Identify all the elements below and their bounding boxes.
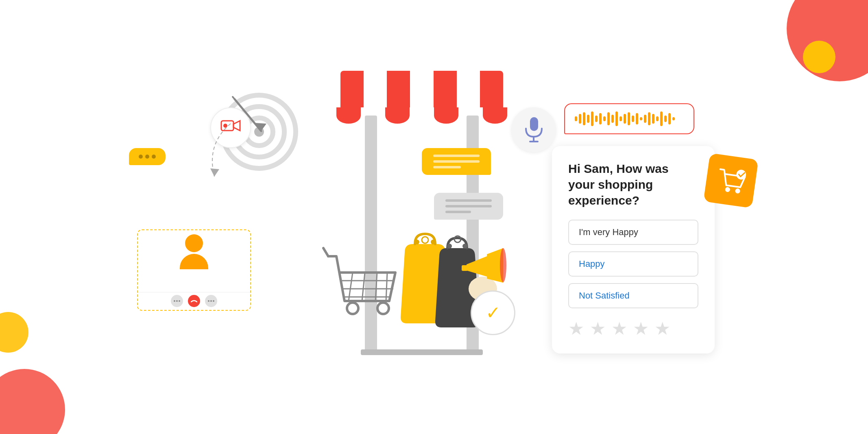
svg-rect-70	[672, 117, 675, 120]
main-container: ✓	[0, 0, 868, 434]
svg-line-6	[233, 97, 237, 102]
svg-rect-56	[615, 111, 618, 126]
audio-waveform-bubble	[564, 103, 694, 134]
svg-rect-61	[636, 113, 638, 124]
svg-rect-53	[603, 116, 606, 121]
svg-rect-58	[624, 114, 626, 124]
right-section: Hi Sam, How was your shopping experience…	[552, 75, 739, 360]
video-control-more[interactable]	[205, 295, 217, 307]
person-body	[180, 254, 208, 269]
svg-point-11	[174, 300, 175, 302]
svg-marker-10	[210, 168, 219, 177]
svg-rect-65	[652, 114, 654, 124]
cart-icon-orange	[715, 165, 747, 195]
survey-question: Hi Sam, How was your shopping experience…	[568, 161, 698, 208]
svg-point-32	[447, 244, 452, 249]
star-1[interactable]: ★	[568, 318, 584, 339]
dot1	[139, 155, 143, 159]
svg-point-27	[347, 303, 358, 314]
center-section: ✓	[308, 59, 536, 376]
microphone-circle	[511, 107, 556, 152]
video-control-hangup[interactable]	[188, 295, 200, 307]
svg-point-14	[208, 300, 209, 302]
shopping-cart	[320, 244, 401, 327]
svg-rect-52	[599, 113, 602, 124]
svg-point-42	[500, 248, 506, 282]
dot3	[152, 155, 156, 159]
option-not-satisfied[interactable]: Not Satisfied	[568, 283, 698, 308]
chat-line-gray	[445, 205, 492, 207]
svg-point-30	[414, 240, 419, 244]
svg-rect-60	[632, 116, 634, 122]
svg-rect-41	[462, 265, 468, 271]
svg-rect-51	[595, 116, 598, 122]
star-3[interactable]: ★	[611, 318, 627, 339]
stripe	[340, 71, 364, 107]
chat-line	[433, 155, 480, 157]
chat-bubble-dots	[129, 148, 166, 165]
stripe	[410, 71, 433, 107]
awning-top	[340, 71, 503, 107]
chat-line	[433, 166, 461, 168]
stripe	[480, 71, 503, 107]
svg-point-31	[431, 240, 436, 244]
video-control-dots[interactable]	[171, 295, 183, 307]
survey-card: Hi Sam, How was your shopping experience…	[552, 146, 715, 353]
svg-rect-37	[471, 281, 475, 295]
svg-point-34	[422, 237, 428, 243]
chat-bubble-center-gray	[434, 193, 503, 220]
left-section	[129, 75, 300, 360]
cart-icon-box	[703, 153, 759, 208]
chat-bubble-center-yellow	[422, 148, 491, 175]
svg-rect-69	[668, 113, 671, 124]
star-4[interactable]: ★	[633, 318, 649, 339]
checkmark-circle: ✓	[471, 290, 515, 335]
svg-rect-68	[664, 116, 667, 122]
svg-rect-54	[607, 112, 610, 125]
microphone-icon	[523, 116, 545, 143]
svg-point-13	[179, 300, 180, 302]
svg-rect-50	[591, 111, 593, 126]
waveform-svg	[573, 110, 679, 128]
dot2	[145, 155, 149, 159]
dashed-arrow-curve	[198, 120, 251, 185]
svg-point-15	[210, 300, 212, 302]
option-happy[interactable]: Happy	[568, 251, 698, 277]
svg-rect-38	[477, 279, 482, 295]
video-avatar	[180, 234, 208, 269]
chat-line	[433, 160, 480, 163]
cart-svg	[320, 244, 401, 325]
svg-rect-64	[648, 112, 650, 125]
option-happy-label: Happy	[579, 259, 605, 269]
stars-row: ★ ★ ★ ★ ★	[568, 318, 698, 339]
svg-rect-66	[656, 116, 659, 121]
svg-point-12	[176, 300, 178, 302]
chat-line-gray	[445, 211, 471, 213]
svg-rect-49	[587, 115, 589, 123]
person-head	[185, 234, 203, 252]
star-2[interactable]: ★	[590, 318, 606, 339]
svg-point-71	[725, 186, 731, 192]
option-very-happy[interactable]: I'm very Happy	[568, 220, 698, 245]
star-5[interactable]: ★	[654, 318, 670, 339]
svg-rect-48	[583, 112, 585, 125]
svg-rect-55	[611, 115, 614, 123]
svg-line-29	[323, 248, 328, 256]
svg-rect-63	[644, 115, 646, 123]
svg-point-28	[377, 303, 389, 314]
svg-rect-46	[575, 116, 577, 121]
video-card-inner	[138, 230, 250, 310]
svg-rect-57	[619, 116, 622, 121]
svg-rect-59	[628, 112, 630, 125]
stripe	[434, 71, 457, 107]
stripe	[457, 71, 480, 107]
svg-point-72	[735, 188, 741, 194]
svg-rect-47	[579, 114, 581, 124]
chat-line-gray	[445, 199, 492, 202]
video-controls	[138, 292, 250, 310]
svg-rect-62	[640, 117, 642, 120]
svg-point-16	[213, 300, 214, 302]
stripe	[387, 71, 410, 107]
option-very-happy-label: I'm very Happy	[579, 227, 638, 237]
svg-rect-67	[660, 111, 663, 126]
